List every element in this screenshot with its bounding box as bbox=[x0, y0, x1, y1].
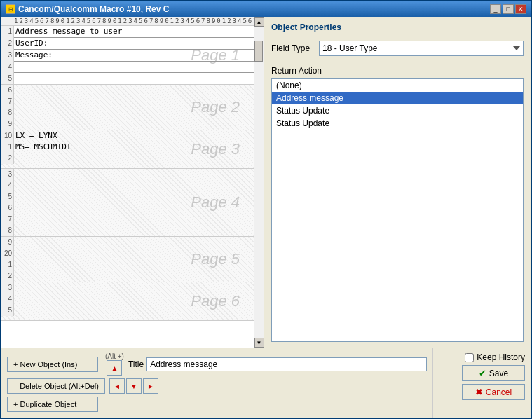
line-row: 6 bbox=[1, 85, 254, 96]
x-icon: ✖ bbox=[475, 387, 483, 397]
line-num: 3 bbox=[1, 169, 14, 180]
line-row: 8 bbox=[1, 107, 254, 118]
line-content bbox=[14, 294, 254, 305]
line-content bbox=[14, 237, 254, 248]
right-panel: Object Properties Field Type 18 - User T… bbox=[264, 17, 531, 348]
nav-down-button[interactable]: ▼ bbox=[126, 378, 142, 394]
keep-history-row: Keep History bbox=[465, 352, 525, 362]
scroll-down-button[interactable]: ▼ bbox=[254, 338, 264, 348]
line-num: 1 bbox=[1, 142, 14, 153]
line-content: Address message to user bbox=[14, 26, 254, 38]
page-block-1: Page 1 1 Address message to user 2 UserI… bbox=[1, 26, 254, 85]
line-row: 1 MS= MSCHMIDT bbox=[1, 142, 254, 153]
line-num: 2 bbox=[1, 270, 14, 282]
field-type-row: Field Type 18 - User Type 1 - Text 2 - N… bbox=[271, 41, 524, 56]
vertical-scrollbar[interactable]: ▲ ▼ bbox=[254, 17, 264, 348]
line-row: 9 bbox=[1, 237, 254, 248]
line-num: 1 bbox=[1, 259, 14, 270]
save-button[interactable]: ✔ Save bbox=[462, 365, 525, 381]
line-row: 10 LX = LYNX bbox=[1, 130, 254, 142]
line-row: 4 bbox=[1, 62, 254, 73]
line-row: 4 bbox=[1, 180, 254, 191]
line-num: 5 bbox=[1, 305, 14, 316]
cancel-button[interactable]: ✖ Cancel bbox=[462, 384, 525, 400]
line-row: 6 bbox=[1, 202, 254, 214]
line-row: 2 bbox=[1, 153, 254, 164]
return-action-item-none[interactable]: (None) bbox=[272, 79, 523, 92]
line-row: 1 Address message to user bbox=[1, 26, 254, 38]
line-num: 4 bbox=[1, 180, 14, 191]
main-content: 1234567890123456789012345678901234567890… bbox=[1, 17, 531, 348]
return-action-item-address[interactable]: Address message bbox=[272, 92, 523, 104]
check-icon: ✔ bbox=[479, 368, 486, 378]
maximize-button[interactable]: □ bbox=[503, 4, 514, 14]
line-row: 5 bbox=[1, 305, 254, 316]
line-content bbox=[14, 85, 254, 96]
line-row: 5 bbox=[1, 73, 254, 84]
new-object-button[interactable]: + New Object (Ins) bbox=[7, 357, 98, 372]
close-button[interactable]: ✕ bbox=[515, 4, 526, 14]
line-content bbox=[14, 259, 254, 270]
line-content: UserID: bbox=[14, 38, 254, 50]
app-icon: ⊞ bbox=[6, 4, 15, 14]
line-content: Message: bbox=[14, 50, 254, 62]
minimize-button[interactable]: _ bbox=[490, 4, 501, 14]
title-input[interactable] bbox=[146, 357, 427, 371]
line-content bbox=[14, 73, 254, 84]
toolbar-row2: – Delete Object (Alt+Del) ◄ ▼ ► bbox=[7, 378, 427, 394]
line-content bbox=[14, 169, 254, 180]
line-num: 3 bbox=[1, 50, 14, 62]
title-bar-left: ⊞ Cancom/Qualcomm Macro #10, Rev C bbox=[6, 4, 169, 14]
macro-scroll-area: 1234567890123456789012345678901234567890… bbox=[1, 17, 264, 348]
line-num: 8 bbox=[1, 225, 14, 236]
line-content bbox=[14, 225, 254, 236]
line-content: LX = LYNX bbox=[14, 130, 254, 142]
field-type-label: Field Type bbox=[271, 43, 313, 53]
macro-content[interactable]: 1234567890123456789012345678901234567890… bbox=[1, 17, 254, 348]
line-row: 4 bbox=[1, 294, 254, 305]
line-content bbox=[14, 214, 254, 225]
line-content bbox=[14, 270, 254, 282]
line-content bbox=[14, 305, 254, 316]
field-type-select[interactable]: 18 - User Type 1 - Text 2 - Numeric bbox=[319, 41, 524, 56]
return-action-item-status2[interactable]: Status Update bbox=[272, 117, 523, 130]
ruler: 1234567890123456789012345678901234567890… bbox=[1, 17, 254, 26]
line-content: MS= MSCHMIDT bbox=[14, 142, 254, 153]
object-properties-title: Object Properties bbox=[271, 22, 524, 32]
line-row: 2 UserID: bbox=[1, 38, 254, 50]
line-num: 20 bbox=[1, 248, 14, 259]
bottom-area: + New Object (Ins) (Alt +) ▲ Title – Del… bbox=[1, 348, 531, 418]
keep-history-label: Keep History bbox=[477, 352, 525, 362]
line-row: 7 bbox=[1, 214, 254, 225]
scroll-thumb[interactable] bbox=[254, 41, 263, 62]
line-num: 9 bbox=[1, 237, 14, 248]
line-row: 9 bbox=[1, 118, 254, 130]
line-num: 2 bbox=[1, 153, 14, 164]
line-row: 3 bbox=[1, 282, 254, 294]
keep-history-checkbox[interactable] bbox=[465, 353, 474, 362]
duplicate-object-button[interactable]: + Duplicate Object bbox=[7, 397, 98, 412]
line-row: 1 bbox=[1, 259, 254, 270]
nav-left-button[interactable]: ◄ bbox=[109, 378, 125, 394]
delete-object-button[interactable]: – Delete Object (Alt+Del) bbox=[7, 378, 105, 394]
title-bar: ⊞ Cancom/Qualcomm Macro #10, Rev C _ □ ✕ bbox=[1, 1, 531, 17]
line-content bbox=[14, 248, 254, 259]
line-row: 8 bbox=[1, 225, 254, 236]
line-content bbox=[14, 282, 254, 294]
title-label: Title bbox=[128, 359, 144, 369]
return-action-list[interactable]: (None) Address message Status Update Sta… bbox=[271, 78, 524, 342]
return-action-item-status1[interactable]: Status Update bbox=[272, 104, 523, 117]
bottom-left: + New Object (Ins) (Alt +) ▲ Title – Del… bbox=[1, 348, 432, 418]
main-window: ⊞ Cancom/Qualcomm Macro #10, Rev C _ □ ✕… bbox=[0, 0, 532, 419]
scroll-track[interactable] bbox=[254, 27, 264, 338]
nav-up-button[interactable]: ▲ bbox=[107, 360, 122, 376]
line-content bbox=[14, 202, 254, 214]
toolbar-row1: + New Object (Ins) (Alt +) ▲ Title bbox=[7, 352, 427, 376]
line-num: 7 bbox=[1, 96, 14, 107]
title-controls: _ □ ✕ bbox=[490, 4, 526, 14]
line-num: 4 bbox=[1, 294, 14, 305]
line-num: 10 bbox=[1, 130, 14, 142]
nav-right-button[interactable]: ► bbox=[143, 378, 158, 394]
scroll-up-button[interactable]: ▲ bbox=[254, 17, 264, 27]
line-num: 3 bbox=[1, 282, 14, 294]
